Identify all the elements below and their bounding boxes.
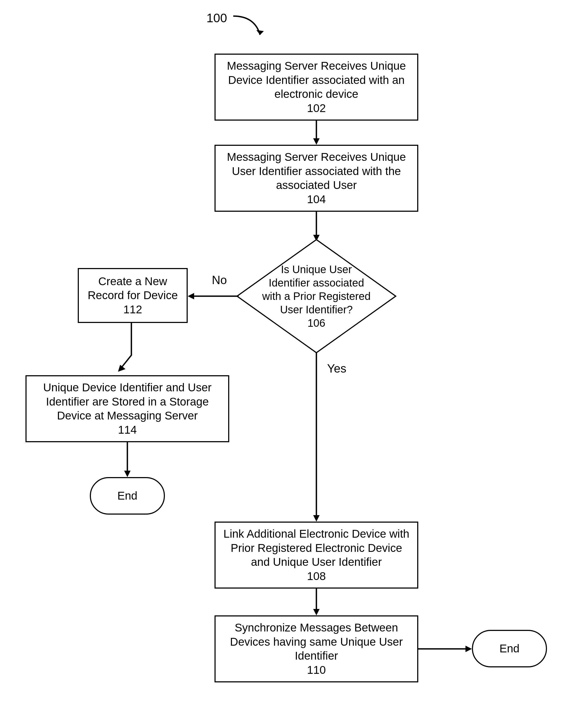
decision-106-text: Is Unique User Identifier associated wit… bbox=[236, 238, 397, 354]
arrow-108-110 bbox=[314, 589, 319, 615]
process-112: Create a New Record for Device 112 bbox=[78, 268, 188, 323]
svg-marker-8 bbox=[118, 365, 125, 372]
svg-marker-2 bbox=[313, 138, 320, 145]
arrow-110-end bbox=[418, 646, 472, 652]
decision-106: Is Unique User Identifier associated wit… bbox=[236, 238, 397, 354]
process-108: Link Additional Electronic Device with P… bbox=[214, 521, 418, 589]
arrow-106-112 bbox=[188, 294, 239, 299]
terminator-end-right: End bbox=[472, 630, 547, 667]
svg-marker-12 bbox=[313, 515, 320, 521]
svg-marker-14 bbox=[313, 609, 320, 615]
arrow-104-106 bbox=[314, 212, 319, 241]
arrow-114-end bbox=[125, 442, 130, 477]
svg-marker-0 bbox=[256, 30, 264, 35]
svg-marker-10 bbox=[124, 471, 131, 477]
edge-label-no: No bbox=[212, 273, 227, 287]
process-114: Unique Device Identifier and User Identi… bbox=[25, 375, 229, 442]
arrow-102-104 bbox=[314, 121, 319, 145]
figure-label-arrow bbox=[231, 14, 268, 43]
flowchart-canvas: 100 Messaging Server Receives Unique Dev… bbox=[0, 0, 588, 725]
arrow-112-114 bbox=[115, 323, 137, 377]
terminator-end-left: End bbox=[90, 477, 165, 515]
arrow-106-108 bbox=[314, 353, 319, 521]
process-104: Messaging Server Receives Unique User Id… bbox=[214, 145, 418, 212]
figure-label: 100 bbox=[207, 11, 227, 25]
process-102: Messaging Server Receives Unique Device … bbox=[214, 54, 418, 121]
edge-label-yes: Yes bbox=[327, 362, 346, 375]
svg-marker-16 bbox=[465, 646, 472, 652]
svg-marker-7 bbox=[188, 293, 194, 299]
process-110: Synchronize Messages Between Devices hav… bbox=[214, 615, 418, 682]
